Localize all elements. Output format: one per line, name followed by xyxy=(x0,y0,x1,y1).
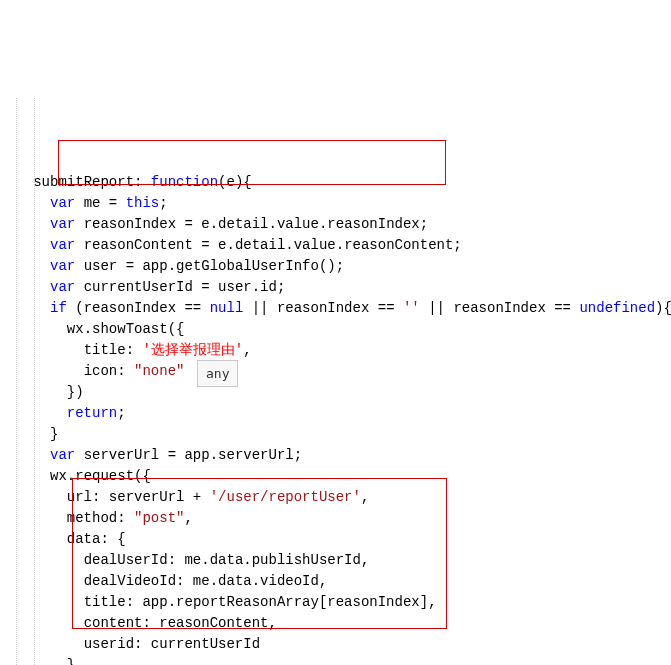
token-ident: showToast xyxy=(92,321,168,337)
token-ident: reportReasonArray xyxy=(176,594,319,610)
token-ident: e xyxy=(201,216,209,232)
token-punct: , xyxy=(243,342,251,358)
token-punct: : { xyxy=(100,531,125,547)
token-punct: : xyxy=(134,174,151,190)
token-punct: = xyxy=(126,258,143,274)
token-punct: : xyxy=(142,615,159,631)
token-punct: : xyxy=(92,489,109,505)
token-ident: data xyxy=(210,552,244,568)
token-punct: : xyxy=(126,594,143,610)
token-ident: reasonIndex xyxy=(84,300,185,316)
token-ident: e xyxy=(226,174,234,190)
indent-guide xyxy=(34,98,35,665)
token-kw: var xyxy=(50,216,75,232)
token-str: '' xyxy=(403,300,420,316)
token-punct: ; xyxy=(420,216,428,232)
token-punct: . xyxy=(168,258,176,274)
token-punct: . xyxy=(252,573,260,589)
token-kw: null xyxy=(210,300,244,316)
code-line[interactable]: url: serverUrl + '/user/reportUser', xyxy=(8,487,671,508)
token-ident: reasonContent xyxy=(344,237,453,253)
code-line[interactable]: title: app.reportReasonArray[reasonIndex… xyxy=(8,592,671,613)
token-ident: user xyxy=(218,279,252,295)
token-ident: publishUserId xyxy=(252,552,361,568)
code-line[interactable]: var me = this; xyxy=(8,193,671,214)
token-ident: me xyxy=(75,195,109,211)
code-line[interactable]: title: '选择举报理由', xyxy=(8,340,671,361)
token-punct: . xyxy=(243,552,251,568)
code-line[interactable]: dealUserId: me.data.publishUserId, xyxy=(8,550,671,571)
token-ident: data xyxy=(67,531,101,547)
code-line[interactable]: var user = app.getGlobalUserInfo(); xyxy=(8,256,671,277)
token-punct: , xyxy=(268,615,276,631)
token-punct: . xyxy=(269,216,277,232)
code-editor[interactable]: submitReport: function(e){ var me = this… xyxy=(8,88,671,665)
indent-guide xyxy=(16,98,17,665)
token-punct: || xyxy=(420,300,454,316)
token-punct: . xyxy=(210,447,218,463)
code-body[interactable]: submitReport: function(e){ var me = this… xyxy=(8,172,671,665)
token-punct: : xyxy=(134,636,151,652)
token-punct: : xyxy=(117,510,134,526)
token-punct: ( xyxy=(67,300,84,316)
token-kw: if xyxy=(50,300,67,316)
token-punct: }) xyxy=(67,384,84,400)
code-line[interactable]: var reasonContent = e.detail.value.reaso… xyxy=(8,235,671,256)
token-kw: var xyxy=(50,279,75,295)
code-line[interactable]: return; xyxy=(8,403,671,424)
code-line[interactable]: } xyxy=(8,424,671,445)
code-line[interactable]: var reasonIndex = e.detail.value.reasonI… xyxy=(8,214,671,235)
token-kw: var xyxy=(50,447,75,463)
token-punct: (); xyxy=(319,258,344,274)
token-punct: , xyxy=(184,510,192,526)
token-punct: = xyxy=(184,216,201,232)
code-line[interactable]: wx.request({ xyxy=(8,466,671,487)
code-line[interactable]: submitReport: function(e){ xyxy=(8,172,671,193)
token-punct: = xyxy=(109,195,126,211)
token-punct: = xyxy=(201,237,218,253)
code-line[interactable]: method: "post", xyxy=(8,508,671,529)
token-kw: var xyxy=(50,258,75,274)
token-ident: reasonContent xyxy=(159,615,268,631)
code-line[interactable]: }) xyxy=(8,382,671,403)
code-line[interactable]: }, xyxy=(8,655,671,665)
code-line[interactable]: dealVideoId: me.data.videoId, xyxy=(8,571,671,592)
token-punct: : xyxy=(168,552,185,568)
code-line[interactable]: icon: "none" xyxy=(8,361,671,382)
code-line[interactable]: wx.showToast({ xyxy=(8,319,671,340)
token-kw: return xyxy=(67,405,117,421)
token-ident: dealUserId xyxy=(84,552,168,568)
token-ident: currentUserId xyxy=(151,636,260,652)
token-punct: = xyxy=(201,279,218,295)
token-punct: . xyxy=(201,552,209,568)
token-ident: user xyxy=(75,258,125,274)
token-punct: . xyxy=(252,279,260,295)
token-ident: me xyxy=(193,573,210,589)
code-line[interactable]: var serverUrl = app.serverUrl; xyxy=(8,445,671,466)
token-punct: == xyxy=(184,300,209,316)
token-kw: var xyxy=(50,195,75,211)
token-ident: submitReport xyxy=(33,174,134,190)
token-punct: , xyxy=(361,489,369,505)
token-ident: request xyxy=(75,468,134,484)
token-ident: detail xyxy=(235,237,285,253)
token-ident: currentUserId xyxy=(75,279,201,295)
token-punct: ){ xyxy=(235,174,252,190)
token-punct: . xyxy=(84,321,92,337)
token-punct: , xyxy=(319,573,327,589)
code-line[interactable]: content: reasonContent, xyxy=(8,613,671,634)
token-punct: . xyxy=(285,237,293,253)
token-str: "none" xyxy=(134,363,184,379)
token-ident: reasonIndex xyxy=(327,216,419,232)
code-line[interactable]: var currentUserId = user.id; xyxy=(8,277,671,298)
code-line[interactable]: data: { xyxy=(8,529,671,550)
token-punct: . xyxy=(210,573,218,589)
token-ident: reasonIndex xyxy=(453,300,554,316)
token-ident: reasonIndex xyxy=(277,300,378,316)
token-kw: function xyxy=(151,174,218,190)
code-line[interactable]: userid: currentUserId xyxy=(8,634,671,655)
token-ident: reasonContent xyxy=(75,237,201,253)
token-ident: wx xyxy=(50,468,67,484)
code-line[interactable]: if (reasonIndex == null || reasonIndex =… xyxy=(8,298,671,319)
token-ident: serverUrl xyxy=(109,489,193,505)
